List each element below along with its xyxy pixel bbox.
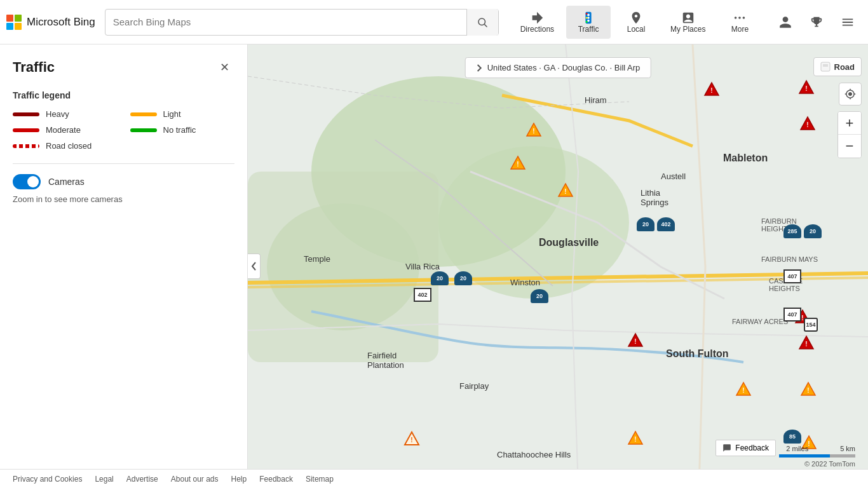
legend-title: Traffic legend <box>13 90 234 100</box>
feedback-icon <box>722 444 731 452</box>
shield-20-2: 20 <box>531 289 548 303</box>
location-button[interactable] <box>839 83 862 105</box>
footer-help[interactable]: Help <box>231 475 247 484</box>
copyright-tomtom: © 2022 TomTom <box>804 460 855 468</box>
legend-grid: Heavy Light Moderate No traffic Road clo… <box>13 109 234 151</box>
feedback-button[interactable]: Feedback <box>715 440 776 456</box>
map-collapse-button[interactable] <box>248 254 261 279</box>
user-icon-button[interactable] <box>771 8 799 36</box>
settings-icon-button[interactable] <box>834 8 862 36</box>
scale-miles-label: 2 miles <box>786 445 808 452</box>
zoom-in-button[interactable]: + <box>838 112 861 135</box>
directions-icon <box>530 11 544 25</box>
scale-seg-2 <box>830 454 855 458</box>
shield-407-1: 407 <box>783 269 801 283</box>
search-input[interactable] <box>105 17 466 27</box>
svg-rect-16 <box>248 172 438 362</box>
scale-seg-1 <box>779 454 830 458</box>
map-area[interactable]: United States · GA · Douglas Co. · Bill … <box>248 44 868 488</box>
legend-line-moderate <box>13 128 39 132</box>
footer-privacy[interactable]: Privacy and Cookies <box>13 475 82 484</box>
toggle-thumb <box>27 176 39 187</box>
legend-road-closed: Road closed <box>13 141 118 151</box>
legend-no-traffic-label: No traffic <box>163 125 196 135</box>
legend-no-traffic: No traffic <box>130 125 235 135</box>
search-container <box>105 9 499 36</box>
legend-line-heavy <box>13 112 39 116</box>
shield-285: 285 <box>783 224 801 238</box>
header: Microsoft Bing Directions <box>0 0 868 44</box>
divider <box>13 163 234 164</box>
svg-point-5 <box>587 19 590 22</box>
legend-light-label: Light <box>163 109 181 119</box>
logo[interactable]: Microsoft Bing <box>6 15 95 30</box>
main: Traffic ✕ Traffic legend Heavy Light Mod… <box>0 44 868 488</box>
trophy-icon-button[interactable] <box>803 8 831 36</box>
legend-line-road-closed <box>13 144 39 148</box>
logo-squares <box>6 15 22 30</box>
logo-text: Microsoft Bing <box>27 16 95 29</box>
shield-i20-1: 20 <box>431 271 449 285</box>
header-right <box>771 8 862 36</box>
road-type-text: Road <box>834 62 855 72</box>
zoom-hint: Zoom in to see more cameras <box>13 194 234 204</box>
search-button[interactable] <box>466 9 498 36</box>
svg-point-4 <box>587 17 590 19</box>
zoom-out-button[interactable]: − <box>838 135 861 158</box>
search-icon <box>477 17 488 28</box>
nav-directions-label: Directions <box>520 25 554 34</box>
nav-item-myplaces[interactable]: My Places <box>661 6 714 39</box>
shield-20-right: 20 <box>804 224 822 238</box>
more-icon <box>733 11 747 25</box>
svg-point-6 <box>586 13 588 15</box>
footer-feedback[interactable]: Feedback <box>259 475 293 484</box>
shield-85: 85 <box>783 430 801 444</box>
shield-402: 402 <box>657 217 675 231</box>
legend-line-no-traffic <box>130 128 157 132</box>
svg-point-11 <box>743 17 745 19</box>
svg-point-0 <box>478 18 485 25</box>
legend-line-light <box>130 112 157 116</box>
shield-20: 20 <box>637 217 654 231</box>
nav-item-more[interactable]: More <box>717 6 762 39</box>
nav-item-local[interactable]: Local <box>614 6 658 39</box>
svg-line-1 <box>485 24 487 27</box>
cameras-label: Cameras <box>48 177 85 187</box>
footer: Privacy and Cookies Legal Advertise Abou… <box>0 469 868 488</box>
legend-light: Light <box>130 109 235 119</box>
user-icon <box>778 15 792 29</box>
shield-154: 154 <box>804 318 818 332</box>
legend-moderate-label: Moderate <box>46 125 81 135</box>
traffic-panel: Traffic ✕ Traffic legend Heavy Light Mod… <box>0 44 248 488</box>
scale-bar: 2 miles 5 km <box>779 445 855 458</box>
road-type-icon <box>820 62 831 72</box>
collapse-arrow-icon <box>251 261 257 271</box>
nav-item-traffic[interactable]: Traffic <box>566 6 611 39</box>
close-button[interactable]: ✕ <box>214 57 234 78</box>
svg-point-3 <box>587 13 590 16</box>
zoom-controls: + − <box>837 111 862 158</box>
nav-traffic-label: Traffic <box>578 25 599 34</box>
footer-legal[interactable]: Legal <box>95 475 113 484</box>
shield-20-3: 20 <box>454 271 472 285</box>
legend-moderate: Moderate <box>13 125 118 135</box>
footer-about-ads[interactable]: About our ads <box>171 475 219 484</box>
footer-advertise[interactable]: Advertise <box>126 475 158 484</box>
nav-local-label: Local <box>627 25 646 34</box>
svg-point-9 <box>735 17 737 19</box>
feedback-text: Feedback <box>735 444 769 452</box>
nav-item-directions[interactable]: Directions <box>512 6 563 39</box>
footer-sitemap[interactable]: Sitemap <box>306 475 334 484</box>
panel-header: Traffic ✕ <box>13 57 234 78</box>
road-type-label: Road <box>813 57 862 76</box>
legend-road-closed-label: Road closed <box>46 141 92 151</box>
breadcrumb-bar: United States · GA · Douglas Co. · Bill … <box>465 57 651 78</box>
breadcrumb-arrow-icon <box>476 64 482 72</box>
nav-more-label: More <box>731 25 749 34</box>
cameras-toggle[interactable] <box>13 174 41 189</box>
panel-title: Traffic <box>13 59 55 76</box>
map-background <box>248 44 868 488</box>
legend-heavy-label: Heavy <box>46 109 69 119</box>
nav-items: Directions Traffic Local My P <box>512 6 763 39</box>
trophy-icon <box>810 15 824 29</box>
